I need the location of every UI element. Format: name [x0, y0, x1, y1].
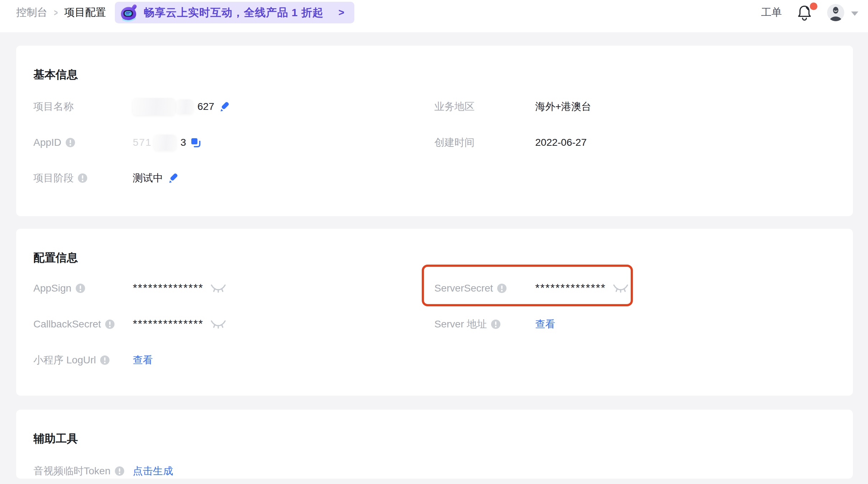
notification-bell[interactable]	[797, 4, 814, 22]
business-region-value: 海外+港澳台	[535, 100, 591, 113]
created-time-value: 2022-06-27	[535, 137, 587, 148]
eye-closed-icon[interactable]	[612, 283, 629, 293]
top-bar: 控制台 > 项目配置 畅享云上实时互动，全线产品 1 折起 > 工单	[0, 0, 868, 32]
basic-info-card: 基本信息 项目名称 627 业务地区 海外+港澳台 A	[16, 46, 853, 216]
miniprogram-logurl-view-link[interactable]: 查看	[133, 353, 153, 367]
user-avatar[interactable]	[827, 4, 844, 21]
created-time-label: 创建时间	[434, 136, 535, 149]
avatar-icon	[827, 4, 844, 21]
promo-arrow-icon[interactable]: >	[339, 7, 344, 18]
created-time-row: 创建时间 2022-06-27	[434, 134, 587, 151]
server-address-label: Server 地址	[434, 317, 535, 331]
redaction-blur	[177, 99, 193, 114]
eye-closed-icon[interactable]	[210, 283, 227, 293]
project-stage-label: 项目阶段	[33, 171, 133, 185]
info-icon[interactable]	[100, 355, 109, 365]
project-name-value: 627	[133, 98, 229, 115]
breadcrumb: 控制台 > 项目配置	[16, 0, 106, 25]
appsign-masked-text: **************	[133, 282, 204, 295]
info-icon[interactable]	[115, 466, 124, 476]
server-secret-masked-text: **************	[535, 282, 606, 295]
server-secret-row: ServerSecret **************	[434, 280, 629, 297]
miniprogram-logurl-row: 小程序 LogUrl 查看	[33, 352, 153, 369]
notification-dot	[810, 3, 817, 10]
promo-banner[interactable]: 畅享云上实时互动，全线产品 1 折起 >	[115, 2, 354, 23]
info-icon[interactable]	[491, 320, 500, 329]
appsign-row: AppSign **************	[33, 280, 227, 297]
appsign-label: AppSign	[33, 283, 133, 294]
appid-faint-text: 571	[133, 137, 152, 148]
generate-token-link[interactable]: 点击生成	[133, 464, 173, 478]
config-info-title: 配置信息	[33, 250, 78, 265]
callback-secret-value: **************	[133, 318, 227, 331]
edit-project-name-icon[interactable]	[219, 101, 229, 112]
mascot-icon	[119, 2, 140, 23]
redaction-blur	[154, 135, 176, 150]
info-icon[interactable]	[76, 284, 85, 293]
server-address-view-link[interactable]: 查看	[535, 317, 555, 331]
appid-row: AppID 571 3	[33, 134, 201, 151]
callback-secret-label: CallbackSecret	[33, 318, 133, 330]
project-config-page: 控制台 > 项目配置 畅享云上实时互动，全线产品 1 折起 > 工单	[0, 0, 868, 484]
appid-visible-text: 3	[181, 137, 186, 148]
business-region-label: 业务地区	[434, 100, 535, 113]
tools-card: 辅助工具 音视频临时Token 点击生成	[16, 410, 853, 479]
info-icon[interactable]	[66, 138, 75, 147]
temp-token-row: 音视频临时Token 点击生成	[33, 462, 173, 480]
server-address-row: Server 地址 查看	[434, 316, 555, 333]
server-secret-label: ServerSecret	[434, 283, 535, 294]
breadcrumb-current: 项目配置	[64, 5, 106, 20]
tools-title: 辅助工具	[33, 431, 78, 446]
project-name-visible-text: 627	[197, 101, 214, 112]
edit-project-stage-icon[interactable]	[167, 173, 178, 183]
server-secret-value: **************	[535, 282, 629, 295]
ticket-link[interactable]: 工单	[761, 0, 782, 25]
appsign-value: **************	[133, 282, 227, 295]
project-name-label: 项目名称	[33, 100, 133, 113]
callback-secret-row: CallbackSecret **************	[33, 316, 227, 333]
info-icon[interactable]	[105, 320, 115, 329]
business-region-row: 业务地区 海外+港澳台	[434, 98, 591, 115]
redaction-blur	[133, 98, 175, 115]
info-icon[interactable]	[497, 284, 507, 293]
project-stage-value: 测试中	[133, 171, 178, 185]
miniprogram-logurl-label: 小程序 LogUrl	[33, 353, 133, 367]
config-info-card: 配置信息 AppSign **************	[16, 229, 853, 396]
info-icon[interactable]	[78, 173, 87, 183]
breadcrumb-console[interactable]: 控制台	[16, 5, 47, 20]
account-caret-icon[interactable]	[851, 11, 858, 16]
project-stage-row: 项目阶段 测试中	[33, 169, 178, 187]
callback-secret-masked-text: **************	[133, 318, 204, 331]
appid-value: 571 3	[133, 135, 201, 150]
breadcrumb-chevron-icon: >	[54, 7, 58, 18]
promo-banner-text: 畅享云上实时互动，全线产品 1 折起	[144, 5, 323, 20]
project-name-row: 项目名称 627	[33, 98, 229, 115]
copy-appid-icon[interactable]	[190, 137, 201, 148]
basic-info-title: 基本信息	[33, 67, 78, 82]
eye-closed-icon[interactable]	[210, 319, 227, 329]
temp-token-label: 音视频临时Token	[33, 464, 133, 478]
appid-label: AppID	[33, 137, 133, 148]
